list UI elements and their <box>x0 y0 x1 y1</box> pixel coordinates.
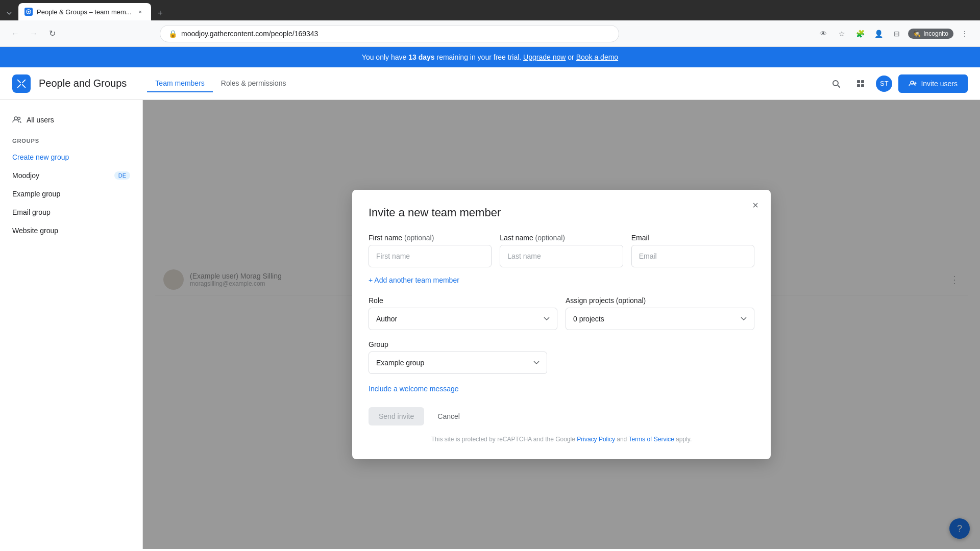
terms-of-service-link[interactable]: Terms of Service <box>628 436 674 443</box>
upgrade-link[interactable]: Upgrade now <box>523 53 566 61</box>
app-logo <box>12 74 31 93</box>
projects-select[interactable]: 0 projects <box>566 308 754 330</box>
privacy-policy-link[interactable]: Privacy Policy <box>577 436 615 443</box>
banner-or: or <box>568 53 576 61</box>
projects-label: Assign projects (optional) <box>566 296 754 305</box>
incognito-icon: 🕵 <box>913 30 921 37</box>
extensions-icon[interactable]: 🧩 <box>853 27 867 41</box>
tab-close-button[interactable]: × <box>136 7 145 16</box>
invite-users-label: Invite users <box>921 80 958 88</box>
menu-icon[interactable]: ⋮ <box>958 27 972 41</box>
group-name-moodjoy: Moodjoy <box>12 171 39 180</box>
address-bar[interactable]: 🔒 moodjoy.gathercontent.com/people/16934… <box>160 25 619 42</box>
last-name-group: Last name (optional) <box>500 234 623 267</box>
page-content: You only have 13 days remaining in your … <box>0 47 980 551</box>
last-name-input[interactable] <box>500 245 623 267</box>
email-group: Email <box>631 234 754 267</box>
create-new-group[interactable]: Create new group <box>0 148 142 166</box>
group-select[interactable]: Example group Moodjoy Email group Websit… <box>369 352 547 374</box>
tab-favicon <box>24 8 33 16</box>
address-text: moodjoy.gathercontent.com/people/169343 <box>181 30 610 38</box>
active-tab[interactable]: People & Groups – team mem... × <box>18 3 151 20</box>
modal-actions: Send invite Cancel <box>369 407 754 425</box>
sidebar-icon[interactable]: ⊟ <box>890 27 904 41</box>
role-label: Role <box>369 296 557 305</box>
modal-overlay: × Invite a new team member First name (o… <box>143 100 980 549</box>
banner-text-start: You only have <box>362 53 408 61</box>
recaptcha-notice: This site is protected by reCAPTCHA and … <box>369 436 754 443</box>
banner-text-mid: remaining in your free trial. <box>436 53 523 61</box>
incognito-badge: 🕵 Incognito <box>908 29 953 39</box>
svg-rect-3 <box>861 80 864 83</box>
group-name-website: Website group <box>12 227 58 235</box>
app-body: All users GROUPS Create new group Moodjo… <box>0 100 980 549</box>
include-welcome-message-link[interactable]: Include a welcome message <box>369 385 459 393</box>
create-group-label: Create new group <box>12 153 69 161</box>
forward-button[interactable]: → <box>27 27 41 41</box>
grid-button[interactable] <box>851 74 870 93</box>
moodjoy-badge: DE <box>114 171 130 180</box>
sidebar: All users GROUPS Create new group Moodjo… <box>0 100 143 549</box>
sidebar-group-website[interactable]: Website group <box>0 221 142 240</box>
group-name-example: Example group <box>12 190 60 198</box>
sidebar-group-example[interactable]: Example group <box>0 185 142 203</box>
modal-title: Invite a new team member <box>369 206 754 219</box>
trial-banner: You only have 13 days remaining in your … <box>0 47 980 67</box>
svg-point-0 <box>28 11 30 13</box>
eye-icon[interactable]: 👁 <box>816 27 830 41</box>
toolbar-actions: 👁 ☆ 🧩 👤 ⊟ 🕵 Incognito ⋮ <box>816 27 972 41</box>
bookmark-icon[interactable]: ☆ <box>835 27 849 41</box>
incognito-label: Incognito <box>923 30 948 37</box>
group-name-email: Email group <box>12 208 51 216</box>
svg-point-1 <box>833 81 838 86</box>
header-nav: Team members Roles & permissions <box>147 75 294 92</box>
app-header: People and Groups Team members Roles & p… <box>0 67 980 100</box>
cancel-button[interactable]: Cancel <box>432 407 465 425</box>
sidebar-group-moodjoy[interactable]: Moodjoy DE <box>0 166 142 185</box>
role-projects-row: Role Author Editor Owner Reviewer Assign… <box>369 296 754 330</box>
profile-icon[interactable]: 👤 <box>871 27 886 41</box>
recaptcha-and: and <box>617 436 628 443</box>
all-users-label: All users <box>27 116 54 124</box>
new-tab-button[interactable]: + <box>153 6 167 20</box>
modal-close-button[interactable]: × <box>748 198 763 212</box>
svg-rect-4 <box>857 84 860 87</box>
svg-point-7 <box>14 117 17 120</box>
role-select[interactable]: Author Editor Owner Reviewer <box>369 308 557 330</box>
sidebar-group-email[interactable]: Email group <box>0 203 142 221</box>
recaptcha-text-start: This site is protected by reCAPTCHA and … <box>431 436 577 443</box>
header-right: ST Invite users <box>827 74 968 93</box>
svg-rect-2 <box>857 80 860 83</box>
first-name-group: First name (optional) <box>369 234 492 267</box>
sidebar-all-users[interactable]: All users <box>0 110 142 130</box>
group-section: Group Example group Moodjoy Email group … <box>369 340 754 374</box>
app-title: People and Groups <box>39 78 127 89</box>
tab-menu-button[interactable] <box>2 6 16 20</box>
role-group: Role Author Editor Owner Reviewer <box>369 296 557 330</box>
tab-title: People & Groups – team mem... <box>37 8 132 16</box>
groups-section-label: GROUPS <box>0 130 142 148</box>
book-demo-link[interactable]: Book a demo <box>576 53 619 61</box>
svg-rect-5 <box>861 84 864 87</box>
name-email-row: First name (optional) Last name <box>369 234 754 267</box>
tab-team-members[interactable]: Team members <box>147 75 212 92</box>
recaptcha-text-end: apply. <box>676 436 692 443</box>
invite-modal: × Invite a new team member First name (o… <box>352 190 771 459</box>
first-name-input[interactable] <box>369 245 492 267</box>
reload-button[interactable]: ↻ <box>45 27 59 41</box>
browser-tabs: People & Groups – team mem... × + <box>0 0 980 20</box>
invite-users-button[interactable]: Invite users <box>898 74 968 93</box>
group-label: Group <box>369 340 754 348</box>
back-button[interactable]: ← <box>8 27 22 41</box>
svg-point-8 <box>18 117 20 120</box>
email-input[interactable] <box>631 245 754 267</box>
projects-group: Assign projects (optional) 0 projects <box>566 296 754 330</box>
first-name-label: First name (optional) <box>369 234 492 242</box>
send-invite-button[interactable]: Send invite <box>369 407 424 425</box>
tab-roles-permissions[interactable]: Roles & permissions <box>213 75 295 92</box>
main-content: (Example user) Morag Silling moragsillin… <box>143 100 980 549</box>
user-avatar[interactable]: ST <box>876 76 892 92</box>
last-name-label: Last name (optional) <box>500 234 623 242</box>
add-another-member-link[interactable]: + Add another team member <box>369 276 459 284</box>
search-button[interactable] <box>827 74 845 93</box>
